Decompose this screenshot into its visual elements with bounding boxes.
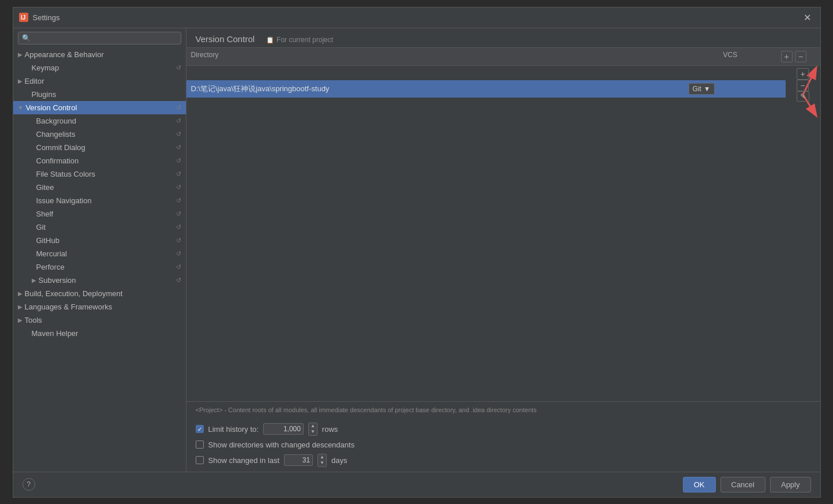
reset-icon[interactable]: ↺: [176, 104, 181, 111]
sidebar-item-appearance[interactable]: ▶ Appearance & Behavior: [13, 48, 186, 61]
settings-dialog: IJ Settings ✕ 🔍 ▶ Appearance & Behavior …: [13, 7, 821, 498]
close-button[interactable]: ✕: [800, 11, 815, 24]
footer-right: OK Cancel Apply: [683, 477, 811, 492]
sidebar-item-label: Git: [36, 223, 46, 232]
show-directories-label: Show directories with changed descendant…: [208, 440, 355, 449]
sidebar-item-label: Confirmation: [36, 156, 79, 165]
edit-row-button[interactable]: ✎: [797, 91, 809, 102]
sidebar-item-github[interactable]: GitHub ↺: [13, 234, 186, 247]
footer-info-text: <Project> - Content roots of all modules…: [196, 406, 537, 413]
reset-icon[interactable]: ↺: [176, 130, 181, 138]
sidebar-item-label: Commit Dialog: [36, 143, 85, 152]
reset-icon[interactable]: ↺: [176, 157, 181, 165]
search-box[interactable]: 🔍: [18, 32, 181, 44]
table-row-container: D:\笔记\java\狂神说java\springbootf-study Git…: [186, 66, 820, 112]
apply-button[interactable]: Apply: [770, 477, 811, 492]
content-subtitle: 📋 For current project: [266, 36, 333, 44]
sidebar-item-label: Perforce: [36, 263, 65, 271]
right-actions: + − ✎: [786, 66, 820, 112]
options-section: ✓ Limit history to: ▲ ▼ rows Show direct…: [186, 418, 820, 472]
sidebar-item-changelists[interactable]: Changelists ↺: [13, 128, 186, 141]
reset-icon[interactable]: ↺: [176, 250, 181, 257]
show-directories-checkbox[interactable]: [196, 440, 204, 449]
reset-icon[interactable]: ↺: [176, 197, 181, 204]
expand-arrow: ▼: [18, 104, 24, 111]
sidebar-item-perforce[interactable]: Perforce ↺: [13, 260, 186, 274]
empty-area: [186, 112, 820, 399]
show-changed-spinner: ▲ ▼: [317, 454, 327, 467]
sidebar-item-issue-navigation[interactable]: Issue Navigation ↺: [13, 194, 186, 207]
reset-icon[interactable]: ↺: [176, 223, 181, 231]
reset-icon[interactable]: ↺: [176, 170, 181, 178]
sidebar-item-subversion[interactable]: ▶ Subversion ↺: [13, 274, 186, 287]
sidebar-item-gitee[interactable]: Gitee ↺: [13, 181, 186, 194]
expand-arrow: ▶: [18, 317, 23, 323]
limit-history-input[interactable]: [263, 423, 304, 435]
sidebar-item-label: Languages & Frameworks: [25, 303, 113, 311]
spinner-down[interactable]: ▼: [309, 429, 317, 435]
expand-arrow: ▶: [18, 290, 23, 297]
reset-icon[interactable]: ↺: [176, 64, 181, 72]
sidebar-item-label: Issue Navigation: [36, 196, 92, 205]
sidebar-item-build-execution[interactable]: ▶ Build, Execution, Deployment: [13, 287, 186, 300]
sidebar-item-label: Editor: [25, 77, 44, 85]
svg-text:IJ: IJ: [21, 14, 25, 21]
reset-icon[interactable]: ↺: [176, 263, 181, 271]
sidebar-item-git[interactable]: Git ↺: [13, 221, 186, 234]
sidebar-item-keymap[interactable]: Keymap ↺: [13, 61, 186, 74]
sidebar-item-version-control[interactable]: ▼ Version Control ↺: [13, 101, 186, 114]
reset-icon[interactable]: ↺: [176, 277, 181, 284]
show-directories-row: Show directories with changed descendant…: [196, 440, 811, 449]
sidebar-item-label: Plugins: [32, 90, 57, 99]
reset-icon[interactable]: ↺: [176, 144, 181, 151]
footer-info: <Project> - Content roots of all modules…: [186, 401, 820, 418]
table-row[interactable]: D:\笔记\java\狂神说java\springbootf-study Git…: [186, 80, 786, 98]
remove-row-button[interactable]: −: [797, 80, 808, 91]
sidebar-item-confirmation[interactable]: Confirmation ↺: [13, 154, 186, 167]
table-header: Directory VCS + −: [186, 48, 820, 66]
search-icon: 🔍: [22, 34, 31, 42]
expand-arrow: ▶: [18, 51, 23, 58]
footer-left: ?: [23, 478, 35, 491]
show-changed-label-before: Show changed in last: [208, 456, 280, 465]
content-header: Version Control 📋 For current project: [186, 28, 820, 48]
sidebar-item-background[interactable]: Background ↺: [13, 114, 186, 128]
sidebar-item-plugins[interactable]: Plugins: [13, 88, 186, 101]
show-changed-checkbox[interactable]: [196, 456, 204, 464]
reset-icon[interactable]: ↺: [176, 237, 181, 244]
vcs-table: Directory VCS + − D:\笔记\java\狂神说java\spr…: [186, 48, 820, 112]
dialog-title: Settings: [33, 13, 800, 22]
spinner-up-2[interactable]: ▲: [318, 454, 326, 460]
ok-button[interactable]: OK: [683, 477, 716, 492]
sidebar-item-maven-helper[interactable]: Maven Helper: [13, 327, 186, 340]
limit-history-checkbox[interactable]: ✓: [196, 425, 204, 433]
limit-history-label-after: rows: [322, 425, 338, 434]
sidebar-item-mercurial[interactable]: Mercurial ↺: [13, 247, 186, 260]
add-row-button[interactable]: +: [797, 68, 808, 80]
sidebar-item-label: Build, Execution, Deployment: [25, 289, 123, 298]
vcs-dropdown[interactable]: Git ▼: [689, 83, 715, 95]
content-panel: Version Control 📋 For current project Di…: [186, 28, 820, 472]
sidebar-item-commit-dialog[interactable]: Commit Dialog ↺: [13, 141, 186, 154]
sidebar-item-tools[interactable]: ▶ Tools: [13, 313, 186, 327]
spinner-down-2[interactable]: ▼: [318, 460, 326, 466]
sidebar-item-label: Changelists: [36, 130, 76, 139]
search-input[interactable]: [33, 34, 177, 42]
show-changed-input[interactable]: [284, 454, 313, 466]
sidebar-item-languages-frameworks[interactable]: ▶ Languages & Frameworks: [13, 300, 186, 313]
app-icon: IJ: [19, 13, 28, 22]
sidebar-item-file-status-colors[interactable]: File Status Colors ↺: [13, 167, 186, 181]
content-title: Version Control: [196, 34, 255, 44]
sidebar-item-shelf[interactable]: Shelf ↺: [13, 207, 186, 221]
reset-icon[interactable]: ↺: [176, 117, 181, 125]
cancel-button[interactable]: Cancel: [720, 477, 765, 492]
spinner-up[interactable]: ▲: [309, 423, 317, 429]
sidebar-item-label: Mercurial: [36, 249, 67, 258]
help-button[interactable]: ?: [23, 478, 35, 491]
reset-icon[interactable]: ↺: [176, 210, 181, 218]
row-vcs: Git ▼: [689, 83, 746, 95]
dialog-footer: ? OK Cancel Apply: [13, 472, 820, 497]
reset-icon[interactable]: ↺: [176, 184, 181, 191]
project-icon: 📋: [266, 36, 274, 44]
sidebar-item-editor[interactable]: ▶ Editor: [13, 74, 186, 88]
